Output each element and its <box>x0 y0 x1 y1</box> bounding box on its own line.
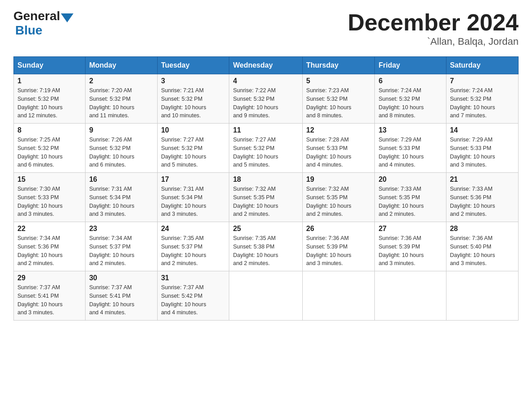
calendar-cell: 21Sunrise: 7:33 AMSunset: 5:36 PMDayligh… <box>446 173 518 222</box>
day-number: 27 <box>378 225 442 233</box>
day-header-sunday: Sunday <box>14 57 86 74</box>
day-info: Sunrise: 7:30 AMSunset: 5:33 PMDaylight:… <box>17 185 82 218</box>
week-row-1: 1Sunrise: 7:19 AMSunset: 5:32 PMDaylight… <box>14 74 519 124</box>
logo-blue: Blue <box>15 23 43 37</box>
day-info: Sunrise: 7:27 AMSunset: 5:32 PMDaylight:… <box>233 136 298 169</box>
day-number: 6 <box>378 77 442 85</box>
day-info: Sunrise: 7:24 AMSunset: 5:32 PMDaylight:… <box>378 86 442 120</box>
logo: General Blue <box>13 9 74 38</box>
calendar-cell: 31Sunrise: 7:37 AMSunset: 5:42 PMDayligh… <box>157 271 229 321</box>
calendar-cell <box>446 271 518 321</box>
day-info: Sunrise: 7:28 AMSunset: 5:33 PMDaylight:… <box>306 136 371 169</box>
day-number: 7 <box>450 77 515 85</box>
calendar-cell: 10Sunrise: 7:27 AMSunset: 5:32 PMDayligh… <box>157 124 229 173</box>
calendar-cell: 12Sunrise: 7:28 AMSunset: 5:33 PMDayligh… <box>302 124 375 173</box>
location: `Allan, Balqa, Jordan <box>348 36 519 47</box>
day-number: 15 <box>17 176 82 184</box>
calendar-cell: 30Sunrise: 7:37 AMSunset: 5:41 PMDayligh… <box>86 271 157 321</box>
logo-text: General <box>13 9 74 23</box>
day-info: Sunrise: 7:34 AMSunset: 5:36 PMDaylight:… <box>17 234 82 268</box>
day-info: Sunrise: 7:32 AMSunset: 5:35 PMDaylight:… <box>233 185 298 218</box>
day-number: 1 <box>17 77 82 85</box>
day-info: Sunrise: 7:34 AMSunset: 5:37 PMDaylight:… <box>89 234 153 268</box>
day-info: Sunrise: 7:22 AMSunset: 5:32 PMDaylight:… <box>233 86 298 120</box>
day-number: 29 <box>17 274 82 282</box>
calendar-cell: 22Sunrise: 7:34 AMSunset: 5:36 PMDayligh… <box>14 222 86 271</box>
calendar-cell: 6Sunrise: 7:24 AMSunset: 5:32 PMDaylight… <box>375 74 446 124</box>
day-info: Sunrise: 7:19 AMSunset: 5:32 PMDaylight:… <box>17 86 82 120</box>
calendar-cell <box>302 271 375 321</box>
day-number: 4 <box>233 77 298 85</box>
calendar-cell: 29Sunrise: 7:37 AMSunset: 5:41 PMDayligh… <box>14 271 86 321</box>
day-number: 23 <box>89 225 153 233</box>
week-row-3: 15Sunrise: 7:30 AMSunset: 5:33 PMDayligh… <box>14 173 519 222</box>
day-info: Sunrise: 7:35 AMSunset: 5:37 PMDaylight:… <box>161 234 226 268</box>
page-header: General Blue December 2024 `Allan, Balqa… <box>13 9 519 47</box>
day-info: Sunrise: 7:31 AMSunset: 5:34 PMDaylight:… <box>89 185 153 218</box>
week-row-5: 29Sunrise: 7:37 AMSunset: 5:41 PMDayligh… <box>14 271 519 321</box>
calendar-cell: 3Sunrise: 7:21 AMSunset: 5:32 PMDaylight… <box>157 74 229 124</box>
calendar-cell: 26Sunrise: 7:36 AMSunset: 5:39 PMDayligh… <box>302 222 375 271</box>
day-number: 12 <box>306 126 371 134</box>
day-number: 11 <box>233 126 298 134</box>
day-number: 28 <box>450 225 515 233</box>
calendar-cell: 2Sunrise: 7:20 AMSunset: 5:32 PMDaylight… <box>86 74 157 124</box>
calendar-table: SundayMondayTuesdayWednesdayThursdayFrid… <box>13 56 519 321</box>
day-number: 9 <box>89 126 153 134</box>
calendar-cell: 17Sunrise: 7:31 AMSunset: 5:34 PMDayligh… <box>157 173 229 222</box>
day-info: Sunrise: 7:29 AMSunset: 5:33 PMDaylight:… <box>450 136 515 169</box>
month-title: December 2024 <box>348 9 519 36</box>
day-header-monday: Monday <box>86 57 157 74</box>
title-block: December 2024 `Allan, Balqa, Jordan <box>348 9 519 47</box>
day-number: 16 <box>89 176 153 184</box>
day-info: Sunrise: 7:26 AMSunset: 5:32 PMDaylight:… <box>89 136 153 169</box>
day-number: 26 <box>306 225 371 233</box>
day-number: 14 <box>450 126 515 134</box>
day-info: Sunrise: 7:25 AMSunset: 5:32 PMDaylight:… <box>17 136 82 169</box>
day-number: 17 <box>161 176 226 184</box>
day-number: 21 <box>450 176 515 184</box>
calendar-cell: 24Sunrise: 7:35 AMSunset: 5:37 PMDayligh… <box>157 222 229 271</box>
day-info: Sunrise: 7:33 AMSunset: 5:35 PMDaylight:… <box>378 185 442 218</box>
day-info: Sunrise: 7:27 AMSunset: 5:32 PMDaylight:… <box>161 136 226 169</box>
calendar-cell: 18Sunrise: 7:32 AMSunset: 5:35 PMDayligh… <box>229 173 302 222</box>
calendar-cell: 4Sunrise: 7:22 AMSunset: 5:32 PMDaylight… <box>229 74 302 124</box>
day-number: 22 <box>17 225 82 233</box>
calendar-cell: 5Sunrise: 7:23 AMSunset: 5:32 PMDaylight… <box>302 74 375 124</box>
calendar-cell: 20Sunrise: 7:33 AMSunset: 5:35 PMDayligh… <box>375 173 446 222</box>
day-info: Sunrise: 7:33 AMSunset: 5:36 PMDaylight:… <box>450 185 515 218</box>
day-info: Sunrise: 7:35 AMSunset: 5:38 PMDaylight:… <box>233 234 298 268</box>
calendar-cell: 27Sunrise: 7:36 AMSunset: 5:39 PMDayligh… <box>375 222 446 271</box>
calendar-cell <box>375 271 446 321</box>
days-header-row: SundayMondayTuesdayWednesdayThursdayFrid… <box>14 57 519 74</box>
day-info: Sunrise: 7:23 AMSunset: 5:32 PMDaylight:… <box>306 86 371 120</box>
calendar-cell: 7Sunrise: 7:24 AMSunset: 5:32 PMDaylight… <box>446 74 518 124</box>
calendar-cell: 28Sunrise: 7:36 AMSunset: 5:40 PMDayligh… <box>446 222 518 271</box>
day-header-saturday: Saturday <box>446 57 518 74</box>
day-number: 18 <box>233 176 298 184</box>
day-info: Sunrise: 7:37 AMSunset: 5:41 PMDaylight:… <box>89 283 153 317</box>
day-number: 30 <box>89 274 153 282</box>
calendar-cell: 23Sunrise: 7:34 AMSunset: 5:37 PMDayligh… <box>86 222 157 271</box>
day-number: 10 <box>161 126 226 134</box>
day-info: Sunrise: 7:31 AMSunset: 5:34 PMDaylight:… <box>161 185 226 218</box>
week-row-2: 8Sunrise: 7:25 AMSunset: 5:32 PMDaylight… <box>14 124 519 173</box>
day-info: Sunrise: 7:29 AMSunset: 5:33 PMDaylight:… <box>378 136 442 169</box>
day-info: Sunrise: 7:32 AMSunset: 5:35 PMDaylight:… <box>306 185 371 218</box>
calendar-cell: 25Sunrise: 7:35 AMSunset: 5:38 PMDayligh… <box>229 222 302 271</box>
logo-triangle-icon <box>61 13 73 22</box>
day-info: Sunrise: 7:37 AMSunset: 5:42 PMDaylight:… <box>161 283 226 317</box>
logo-general: General <box>13 9 60 23</box>
calendar-cell: 19Sunrise: 7:32 AMSunset: 5:35 PMDayligh… <box>302 173 375 222</box>
day-info: Sunrise: 7:20 AMSunset: 5:32 PMDaylight:… <box>89 86 153 120</box>
day-number: 13 <box>378 126 442 134</box>
day-number: 20 <box>378 176 442 184</box>
day-info: Sunrise: 7:37 AMSunset: 5:41 PMDaylight:… <box>17 283 82 317</box>
day-header-wednesday: Wednesday <box>229 57 302 74</box>
calendar-cell: 9Sunrise: 7:26 AMSunset: 5:32 PMDaylight… <box>86 124 157 173</box>
calendar-cell: 11Sunrise: 7:27 AMSunset: 5:32 PMDayligh… <box>229 124 302 173</box>
day-info: Sunrise: 7:21 AMSunset: 5:32 PMDaylight:… <box>161 86 226 120</box>
day-info: Sunrise: 7:24 AMSunset: 5:32 PMDaylight:… <box>450 86 515 120</box>
calendar-cell: 13Sunrise: 7:29 AMSunset: 5:33 PMDayligh… <box>375 124 446 173</box>
day-number: 24 <box>161 225 226 233</box>
